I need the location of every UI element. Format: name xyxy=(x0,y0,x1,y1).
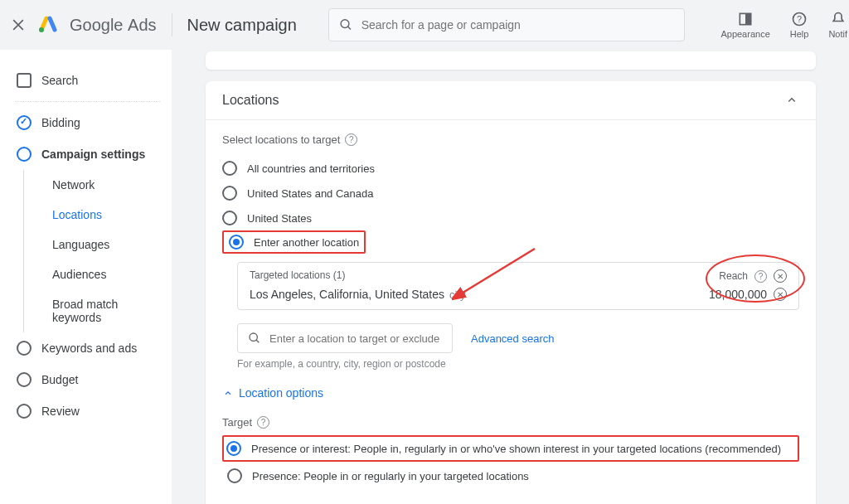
search-icon xyxy=(248,331,261,346)
sidebar-item-campaign-settings[interactable]: Campaign settings xyxy=(15,138,160,170)
sidebar-item-review[interactable]: Review xyxy=(15,395,160,427)
sidebar-item-budget[interactable]: Budget xyxy=(15,364,160,395)
locations-card: Locations Select locations to target ? A… xyxy=(206,81,816,504)
svg-point-1 xyxy=(341,20,349,28)
sidebar-item-bidding[interactable]: Bidding xyxy=(15,107,160,138)
page-title: New campaign xyxy=(187,16,297,35)
header: Google Ads New campaign Appearance ? Hel… xyxy=(0,0,849,50)
svg-text:?: ? xyxy=(797,14,802,24)
help-icon[interactable]: ? xyxy=(345,133,357,146)
sidebar-item-search[interactable]: Search xyxy=(15,65,160,96)
radio-checked-icon xyxy=(226,441,241,456)
prev-card-stub xyxy=(206,51,816,70)
svg-rect-3 xyxy=(745,13,751,24)
search-icon xyxy=(339,17,353,32)
radio-icon xyxy=(222,161,237,176)
targeted-location-name: Los Angeles, California, United States c… xyxy=(250,288,465,301)
bell-icon xyxy=(830,11,847,27)
select-locations-label: Select locations to target ? xyxy=(222,133,799,146)
sidebar: Search Bidding Campaign settings Network… xyxy=(0,50,172,504)
help-icon[interactable]: ? xyxy=(754,270,767,283)
svg-point-0 xyxy=(39,27,44,32)
location-example-text: For example, a country, city, region or … xyxy=(237,358,799,370)
step-icon xyxy=(17,404,32,419)
remove-all-icon[interactable]: ✕ xyxy=(774,269,787,283)
remove-location-icon[interactable]: ✕ xyxy=(774,288,787,301)
help-icon[interactable]: ? xyxy=(257,416,269,429)
svg-point-6 xyxy=(250,333,257,341)
radio-all-countries[interactable]: All countries and territories xyxy=(222,156,799,181)
appearance-icon xyxy=(737,11,754,27)
location-options-toggle[interactable]: Location options xyxy=(222,386,799,400)
sidebar-item-keywords[interactable]: Keywords and ads xyxy=(15,332,160,364)
notif-button[interactable]: Notif xyxy=(828,11,847,39)
reach-header: Reach xyxy=(719,270,748,282)
search-step-icon xyxy=(17,73,32,88)
target-label: Target ? xyxy=(222,416,799,429)
step-icon xyxy=(17,341,32,356)
target-presence-interest[interactable]: Presence or interest: People in, regular… xyxy=(226,439,793,458)
advanced-search-link[interactable]: Advanced search xyxy=(471,332,554,345)
close-icon[interactable] xyxy=(10,17,27,33)
radio-us[interactable]: United States xyxy=(222,206,799,230)
reach-value: 18,000,000 xyxy=(709,288,767,301)
help-icon: ? xyxy=(791,11,808,27)
sidebar-item-locations[interactable]: Locations xyxy=(23,200,160,230)
radio-icon xyxy=(222,186,237,201)
current-step-icon xyxy=(17,147,32,162)
targeted-locations-panel: Targeted locations (1) Reach ? ✕ Los Ang… xyxy=(237,262,799,310)
header-actions: Appearance ? Help Notif xyxy=(720,11,839,39)
sidebar-item-audiences[interactable]: Audiences xyxy=(23,259,160,289)
location-search-box[interactable] xyxy=(237,323,453,353)
appearance-button[interactable]: Appearance xyxy=(720,11,769,39)
collapse-icon[interactable] xyxy=(784,93,799,108)
sidebar-item-network[interactable]: Network xyxy=(23,170,160,200)
sidebar-item-broad-match[interactable]: Broad match keywords xyxy=(23,289,160,332)
google-ads-logo-icon xyxy=(38,15,58,35)
radio-icon xyxy=(222,211,237,225)
targeted-locations-header: Targeted locations (1) xyxy=(250,269,345,283)
check-icon xyxy=(17,115,32,130)
step-icon xyxy=(17,372,32,387)
global-search-input[interactable] xyxy=(361,18,674,32)
content: Locations Select locations to target ? A… xyxy=(172,50,849,504)
target-presence[interactable]: Presence: People in or regularly in your… xyxy=(222,462,799,490)
radio-checked-icon xyxy=(229,235,244,250)
radio-icon xyxy=(227,468,242,483)
global-search[interactable] xyxy=(328,8,685,41)
locations-header: Locations xyxy=(206,81,816,120)
location-search-input[interactable] xyxy=(269,332,442,345)
brand-text: Google Ads xyxy=(70,16,157,35)
chevron-up-icon xyxy=(222,387,234,399)
sidebar-item-languages[interactable]: Languages xyxy=(23,230,160,259)
help-button[interactable]: ? Help xyxy=(790,11,809,39)
radio-us-canada[interactable]: United States and Canada xyxy=(222,181,799,206)
radio-enter-another[interactable]: Enter another location xyxy=(229,235,359,250)
divider xyxy=(172,13,172,36)
